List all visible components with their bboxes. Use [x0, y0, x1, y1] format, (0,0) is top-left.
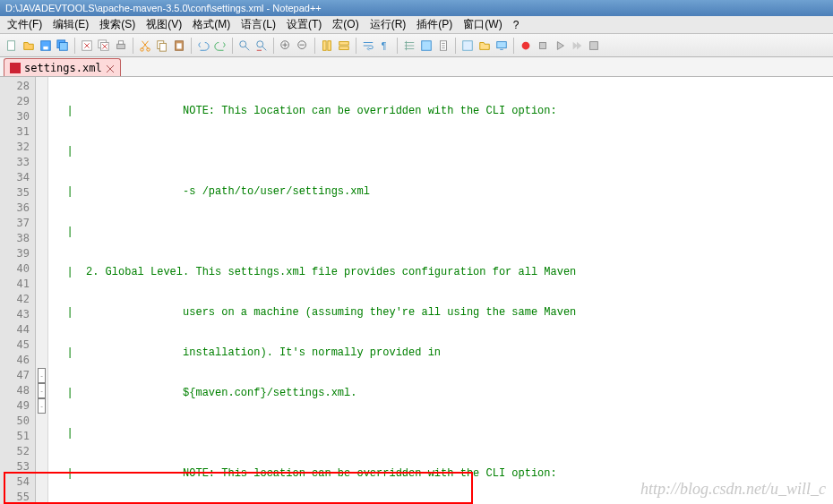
zoom-in-icon[interactable] [278, 38, 294, 54]
save-macro-icon[interactable] [586, 38, 602, 54]
fold-cell [36, 231, 47, 246]
fold-column: ---- [36, 77, 48, 504]
fold-cell: - [36, 398, 47, 414]
copy-icon[interactable] [154, 38, 170, 54]
redo-icon[interactable] [212, 38, 228, 54]
fold-cell [36, 94, 47, 109]
svg-point-17 [257, 40, 263, 47]
fold-cell [36, 201, 47, 216]
line-number: 55 [0, 490, 35, 504]
show-all-chars-icon[interactable]: ¶ [377, 38, 393, 54]
line-number: 51 [0, 429, 35, 444]
editor[interactable]: 2829303132333435363738394041424344454647… [0, 77, 833, 504]
svg-rect-2 [43, 46, 47, 49]
tabbar: settings.xml [0, 57, 833, 77]
play-multi-icon[interactable] [569, 38, 585, 54]
svg-rect-4 [60, 42, 68, 50]
code-line: | NOTE: This location can be overridden … [54, 105, 557, 117]
lang-icon[interactable] [418, 38, 434, 54]
tab-settings-xml[interactable]: settings.xml [4, 58, 121, 76]
fold-cell [36, 444, 47, 459]
zoom-out-icon[interactable] [295, 38, 311, 54]
tab-label: settings.xml [24, 62, 102, 74]
line-number: 45 [0, 337, 35, 353]
fold-cell [36, 185, 47, 201]
menu-window[interactable]: 窗口(W) [458, 15, 507, 34]
indent-guide-icon[interactable] [401, 38, 417, 54]
menu-settings[interactable]: 设置(T) [281, 15, 327, 34]
fold-cell [36, 292, 47, 307]
fold-cell [36, 124, 47, 140]
toolbar-separator [455, 38, 456, 54]
menu-language[interactable]: 语言(L) [236, 15, 281, 34]
code-area[interactable]: | NOTE: This location can be overridden … [48, 77, 833, 504]
code-line: | [54, 226, 73, 238]
fold-cell: - [36, 368, 47, 383]
open-file-icon[interactable] [21, 38, 37, 54]
fold-toggle-icon[interactable]: - [38, 398, 46, 414]
menu-search[interactable]: 搜索(S) [94, 15, 141, 34]
menu-format[interactable]: 格式(M) [187, 15, 236, 34]
replace-icon[interactable] [253, 38, 270, 54]
toolbar: ¶ [0, 34, 833, 57]
close-icon[interactable] [79, 38, 95, 54]
menu-run[interactable]: 运行(R) [365, 15, 412, 34]
close-icon[interactable] [106, 64, 115, 73]
cut-icon[interactable] [137, 38, 153, 54]
stop-icon[interactable] [535, 38, 551, 54]
sync-h-icon[interactable] [336, 38, 352, 54]
svg-rect-23 [339, 46, 349, 49]
line-number: 43 [0, 307, 35, 322]
line-number: 52 [0, 444, 35, 459]
sync-v-icon[interactable] [319, 38, 335, 54]
code-line: | [54, 427, 73, 440]
menu-macro[interactable]: 宏(O) [327, 15, 364, 34]
folder-icon[interactable] [477, 38, 493, 54]
func-list-icon[interactable] [459, 38, 476, 54]
svg-rect-30 [540, 42, 546, 48]
line-number: 30 [0, 109, 35, 124]
menubar: 文件(F) 编辑(E) 搜索(S) 视图(V) 格式(M) 语言(L) 设置(T… [0, 16, 833, 34]
svg-rect-25 [422, 40, 432, 50]
undo-icon[interactable] [195, 38, 211, 54]
find-icon[interactable] [236, 38, 253, 54]
wordwrap-icon[interactable] [360, 38, 376, 54]
svg-rect-28 [497, 41, 507, 47]
toolbar-separator [273, 38, 274, 54]
fold-cell [36, 79, 47, 94]
fold-cell [36, 322, 47, 337]
menu-file[interactable]: 文件(F) [2, 15, 47, 34]
window-title: D:\JAVADEVTOOLS\apache-maven-3.5.0\conf\… [5, 3, 322, 13]
paste-icon[interactable] [171, 38, 187, 54]
fold-toggle-icon[interactable]: - [38, 368, 46, 383]
monitor-icon[interactable] [494, 38, 510, 54]
close-all-icon[interactable] [96, 38, 112, 54]
line-number: 38 [0, 231, 35, 246]
file-type-icon [10, 63, 21, 73]
doc-map-icon[interactable] [435, 38, 451, 54]
menu-view[interactable]: 视图(V) [141, 15, 187, 34]
line-number: 49 [0, 398, 35, 414]
fold-toggle-icon[interactable]: - [38, 383, 46, 398]
fold-cell [36, 490, 47, 504]
svg-point-29 [522, 41, 530, 49]
fold-cell [36, 246, 47, 261]
record-icon[interactable] [518, 38, 534, 54]
line-number: 53 [0, 459, 35, 474]
play-icon[interactable] [552, 38, 568, 54]
line-number: 47 [0, 368, 35, 383]
new-file-icon[interactable] [4, 38, 20, 54]
print-icon[interactable] [113, 38, 129, 54]
save-all-icon[interactable] [55, 38, 71, 54]
line-number: 41 [0, 277, 35, 292]
menu-help[interactable]: ? [508, 17, 525, 33]
menu-edit[interactable]: 编辑(E) [47, 15, 94, 34]
menu-plugins[interactable]: 插件(P) [411, 15, 458, 34]
line-number: 44 [0, 322, 35, 337]
save-icon[interactable] [38, 38, 54, 54]
svg-rect-15 [176, 43, 181, 48]
fold-cell [36, 429, 47, 444]
line-number: 34 [0, 170, 35, 185]
code-line: | ${maven.conf}/settings.xml. [54, 387, 356, 399]
line-number: 54 [0, 474, 35, 490]
